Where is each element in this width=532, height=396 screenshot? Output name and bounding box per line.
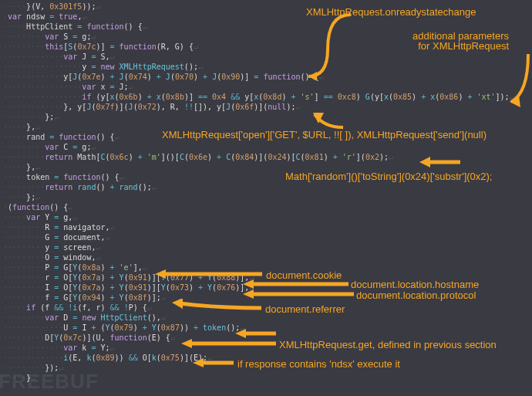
watermark: FREEBUF bbox=[0, 377, 99, 387]
code-block: ·····}(V, 0x301f5));↵ ·var ndsw = true,↵… bbox=[0, 0, 532, 384]
